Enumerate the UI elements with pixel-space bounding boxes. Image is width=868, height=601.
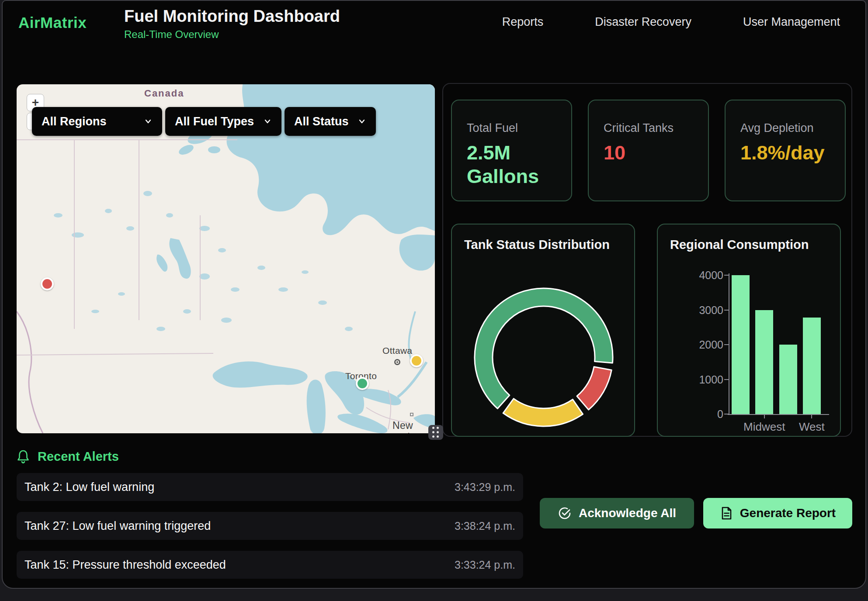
map-marker-normal[interactable] xyxy=(356,377,369,390)
regional-consumption-bar-chart[interactable]: 01000200030004000MidwestWest xyxy=(658,225,840,436)
page-title: Fuel Monitoring Dashboard xyxy=(124,7,340,26)
stat-label: Avg Depletion xyxy=(740,121,830,135)
map-label-ottawa: Ottawa xyxy=(382,345,412,356)
bar-West[interactable] xyxy=(803,318,821,414)
ottawa-town-marker xyxy=(394,359,400,365)
nav-user-management[interactable]: User Management xyxy=(743,15,840,29)
y-tick-label: 3000 xyxy=(680,304,723,317)
y-tick-mark xyxy=(724,379,729,380)
main-nav: Reports Disaster Recovery User Managemen… xyxy=(502,1,840,43)
map-filter-bar: All Regions All Fuel Types All Status xyxy=(32,107,376,136)
y-tick-label: 2000 xyxy=(680,338,723,351)
tank-status-panel: Tank Status Distribution xyxy=(451,224,635,437)
stat-card-total-fuel: Total Fuel 2.5M Gallons xyxy=(451,100,572,201)
generate-report-button[interactable]: Generate Report xyxy=(703,498,852,528)
alert-timestamp: 3:33:24 p.m. xyxy=(455,559,515,571)
alert-row[interactable]: Tank 15: Pressure threshold exceeded 3:3… xyxy=(17,551,523,579)
alert-text: Tank 15: Pressure threshold exceeded xyxy=(24,558,226,572)
x-axis xyxy=(728,414,829,415)
stat-value: 2.5M Gallons xyxy=(467,141,556,188)
alert-row[interactable]: Tank 27: Low fuel warning triggered 3:38… xyxy=(17,512,523,540)
donut-chart-title: Tank Status Distribution xyxy=(464,238,610,252)
y-tick-label: 1000 xyxy=(680,373,723,386)
stat-value: 10 xyxy=(604,141,693,165)
nav-disaster-recovery[interactable]: Disaster Recovery xyxy=(595,15,691,29)
fuel-map[interactable]: Canada Ottawa Toronto New York + − All R… xyxy=(17,84,435,433)
brand-logo: AirMatrix xyxy=(18,14,87,31)
stat-card-critical-tanks: Critical Tanks 10 xyxy=(588,100,709,201)
stat-value: 1.8%/day xyxy=(740,141,830,165)
alerts-header: Recent Alerts xyxy=(17,449,119,464)
map-marker-warning[interactable] xyxy=(410,354,423,367)
bar-Midwest[interactable] xyxy=(755,310,773,414)
metrics-panel: Total Fuel 2.5M Gallons Critical Tanks 1… xyxy=(442,83,852,437)
bar-region-1[interactable] xyxy=(732,275,750,414)
regions-dropdown-value: All Regions xyxy=(42,115,107,128)
title-block: Fuel Monitoring Dashboard Real-Time Over… xyxy=(124,7,340,41)
chevron-down-icon xyxy=(358,117,366,126)
y-tick-mark xyxy=(724,344,729,345)
y-tick-mark xyxy=(724,414,729,414)
stat-card-avg-depletion: Avg Depletion 1.8%/day xyxy=(725,100,846,201)
map-resize-grip[interactable] xyxy=(428,425,443,440)
y-axis xyxy=(729,273,729,415)
x-tick-label: West xyxy=(781,420,842,434)
acknowledge-all-button[interactable]: Acknowledge All xyxy=(540,498,694,528)
bar-region-3[interactable] xyxy=(779,345,797,414)
y-tick-mark xyxy=(724,310,729,311)
y-tick-label: 4000 xyxy=(680,269,723,282)
page-subtitle: Real-Time Overview xyxy=(124,28,340,41)
alert-timestamp: 3:38:24 p.m. xyxy=(455,520,515,532)
fuel-types-dropdown[interactable]: All Fuel Types xyxy=(165,107,281,136)
chevron-down-icon xyxy=(263,117,272,126)
bell-icon xyxy=(17,449,30,464)
alert-text: Tank 27: Low fuel warning triggered xyxy=(24,519,211,533)
report-document-icon xyxy=(720,506,733,520)
status-dropdown[interactable]: All Status xyxy=(285,107,376,136)
acknowledge-all-label: Acknowledge All xyxy=(579,506,676,520)
generate-report-label: Generate Report xyxy=(740,506,836,520)
map-label-canada: Canada xyxy=(144,88,184,99)
alerts-title: Recent Alerts xyxy=(38,449,119,464)
nav-reports[interactable]: Reports xyxy=(502,15,544,29)
alert-text: Tank 2: Low fuel warning xyxy=(24,480,154,494)
check-circle-icon xyxy=(558,506,572,520)
regional-consumption-panel: Regional Consumption 01000200030004000Mi… xyxy=(657,224,841,437)
status-dropdown-value: All Status xyxy=(294,115,349,128)
map-marker-critical[interactable] xyxy=(41,277,54,290)
donut-segment-red[interactable] xyxy=(577,367,611,410)
x-tick-mark xyxy=(764,415,765,418)
town-marker-small xyxy=(410,413,413,416)
x-tick-mark xyxy=(811,415,812,418)
top-header: AirMatrix Fuel Monitoring Dashboard Real… xyxy=(3,1,865,43)
y-tick-label: 0 xyxy=(680,408,723,421)
chevron-down-icon xyxy=(144,117,153,126)
regions-dropdown[interactable]: All Regions xyxy=(32,107,162,136)
stat-label: Critical Tanks xyxy=(604,121,693,135)
tank-status-donut-chart[interactable] xyxy=(452,278,636,438)
donut-segment-yellow[interactable] xyxy=(503,399,583,426)
stat-label: Total Fuel xyxy=(467,121,556,135)
y-tick-mark xyxy=(724,275,729,276)
alert-row[interactable]: Tank 2: Low fuel warning 3:43:29 p.m. xyxy=(17,473,523,501)
alert-timestamp: 3:43:29 p.m. xyxy=(455,481,515,494)
fuel-types-dropdown-value: All Fuel Types xyxy=(175,115,254,128)
